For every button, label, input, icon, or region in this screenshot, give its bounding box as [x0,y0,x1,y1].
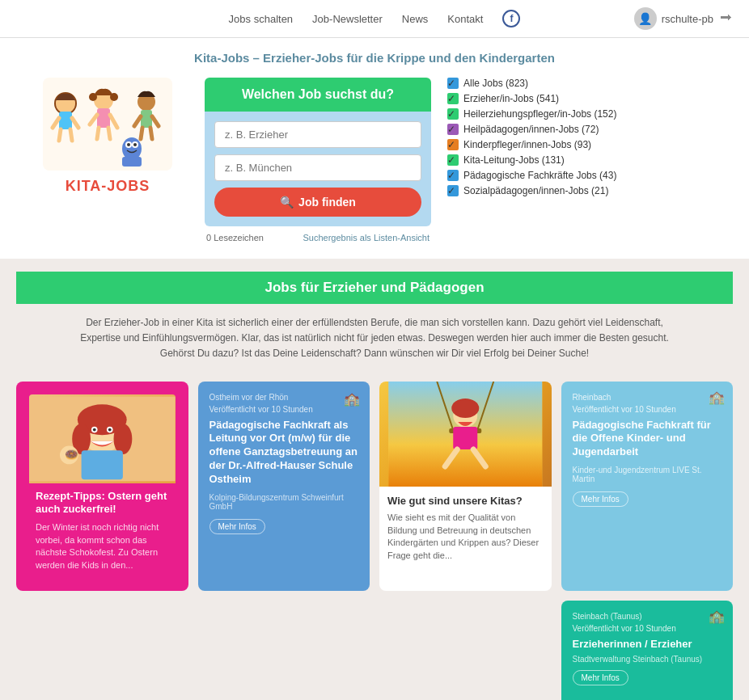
kids-illustration [43,78,172,171]
svg-point-9 [89,93,97,101]
svg-point-46 [451,398,479,418]
svg-line-21 [150,128,152,139]
category-item-kinderpfleger[interactable]: ✓ Kinderpfleger/innen-Jobs (93) [447,139,722,150]
search-footer: 0 Lesezeichen Suchergebnis als Listen-An… [205,233,431,242]
kita-jobs-logo: KITA-JOBS [27,178,188,195]
svg-rect-11 [97,108,110,128]
section-banner: Jobs für Erzieher und Pädagogen [16,272,733,304]
category-label-alle: Alle Jobs (823) [463,78,528,89]
svg-line-14 [97,128,99,139]
svg-rect-27 [122,157,142,167]
job-icon-rheinbach: 🏫 [709,390,725,405]
search-button-label: Job finden [298,196,356,209]
card-time-ostheim: Veröffentlicht vor 10 Stunden [209,405,359,414]
mehr-button-steinbach[interactable]: Mehr Infos [573,670,628,685]
nav-kontakt[interactable]: Kontakt [447,13,483,25]
svg-point-10 [110,93,118,101]
category-label-heilpaed: Heilpädagogen/innen-Jobs (72) [463,124,599,135]
svg-point-35 [93,428,96,431]
avatar: 👤 [634,7,657,30]
svg-point-36 [108,428,112,431]
category-label-heilerziehung: Heilerziehungspfleger/in-Jobs (152) [463,108,616,120]
page-title: Kita-Jobs – Erzieher-Jobs für die Krippe… [16,51,733,65]
category-item-alle[interactable]: ✓ Alle Jobs (823) [447,78,722,89]
hero-section: Kita-Jobs – Erzieher-Jobs für die Krippe… [0,38,749,259]
girl-photo: 🍩 [29,394,176,483]
description-text: Der Erzieher-Job in einer Kita ist siche… [65,315,684,362]
card-blog-kitas-content: Wie gut sind unsere Kitas? Wie sieht es … [379,487,552,570]
svg-text:🍩: 🍩 [65,447,78,461]
svg-line-6 [59,129,61,141]
card-location-rheinbach: Rheinbach [573,393,722,402]
main-nav: Jobs schalten Job-Newsletter News Kontak… [229,10,521,27]
bookmarks-count: 0 Lesezeichen [206,233,264,242]
svg-rect-47 [453,427,477,449]
header-right: 👤 rschulte-pb ⮕ [634,7,733,30]
swing-photo [379,382,552,487]
logout-icon[interactable]: ⮕ [720,11,733,26]
category-checkbox-sozialpaed[interactable]: ✓ [447,185,459,196]
category-checkbox-heilerziehung[interactable]: ✓ [447,108,459,120]
site-header: Jobs schalten Job-Newsletter News Kontak… [0,0,749,38]
svg-line-15 [108,128,110,139]
category-label-kitaleitung: Kita-Leitung-Jobs (131) [463,154,565,166]
cards-grid-row1: 🍩 Rezept-Tipps: Ostern geht auch zuckerf… [16,382,733,591]
username: rschulte-pb [662,13,713,25]
nav-jobs-schalten[interactable]: Jobs schalten [229,13,294,25]
category-checkbox-erzieher[interactable]: ✓ [447,93,459,104]
category-label-sozialpaed: Sozialpädagogen/innen-Jobs (21) [463,185,608,196]
card-title-rheinbach: Pädagogische Fachkraft für die Offene Ki… [573,419,722,460]
job-icon-steinbach: 🏫 [709,609,725,624]
search-heading: Welchen Job suchst du? [205,78,431,112]
card-blog-kitas-text: Wie sieht es mit der Qualität von Bildun… [387,512,544,562]
mehr-button-ostheim[interactable]: Mehr Infos [209,519,265,534]
location-search-input[interactable] [214,154,421,181]
card-blog-kitas: Wie gut sind unsere Kitas? Wie sieht es … [379,382,552,591]
svg-point-32 [114,424,133,454]
mehr-button-rheinbach[interactable]: Mehr Infos [573,491,628,507]
category-checkbox-kinderpfleger[interactable]: ✓ [447,139,459,150]
svg-line-20 [141,128,142,139]
card-time-steinbach: Veröffentlicht vor 10 Stunden [573,624,722,633]
card-job-rheinbach: 🏫 Rheinbach Veröffentlicht vor 10 Stunde… [561,382,734,591]
logo-area: KITA-JOBS [27,78,188,195]
card-org-ostheim: Kolping-Bildungszentrum Schweinfurt GmbH [209,493,359,511]
category-item-heilpaed[interactable]: ✓ Heilpädagogen/innen-Jobs (72) [447,124,722,135]
card-blog-ostern-text: Der Winter ist noch richtig nicht vorbei… [36,521,169,571]
category-label-erzieher: Erzieher/in-Jobs (541) [463,93,559,104]
category-checkbox-heilpaed[interactable]: ✓ [447,124,459,135]
content-section: 🍩 Rezept-Tipps: Ostern geht auch zuckerf… [0,373,749,700]
user-area: 👤 rschulte-pb [634,7,713,30]
category-item-kitaleitung[interactable]: ✓ Kita-Leitung-Jobs (131) [447,154,722,166]
category-item-paedagogisch[interactable]: ✓ Pädagogische Fachkräfte Jobs (43) [447,170,722,181]
search-button[interactable]: 🔍 Job finden [214,188,421,217]
card-blog-ostern-title: Rezept-Tipps: Ostern geht auch zuckerfre… [36,490,169,517]
search-box: Welchen Job suchst du? 🔍 Job finden 0 Le… [205,78,431,242]
nav-news[interactable]: News [402,13,429,25]
category-item-erzieher[interactable]: ✓ Erzieher/in-Jobs (541) [447,93,722,104]
card-org-rheinbach: Kinder-und Jugendzentrum LIVE St. Martin [573,466,722,483]
card-job-steinbach: 🏫 Steinbach (Taunus) Veröffentlicht vor … [561,601,734,700]
category-item-heilerziehung[interactable]: ✓ Heilerziehungspfleger/in-Jobs (152) [447,108,722,120]
svg-rect-37 [82,450,123,479]
category-item-sozialpaed[interactable]: ✓ Sozialpädagogen/innen-Jobs (21) [447,185,722,196]
card-job-ostheim: 🏫 Ostheim vor der Rhön Veröffentlicht vo… [198,382,370,591]
category-checkbox-paedagogisch[interactable]: ✓ [447,170,459,181]
svg-point-25 [127,143,130,146]
search-body: 🔍 Job finden [205,112,431,226]
card-blog-kitas-title: Wie gut sind unsere Kitas? [387,495,544,508]
card-location-ostheim: Ostheim vor der Rhön [209,393,359,402]
svg-rect-17 [141,110,152,128]
search-glasses-icon: 🔍 [280,196,294,209]
card-title-steinbach: Erzieherinnen / Erzieher [573,638,722,650]
job-search-input[interactable] [214,121,421,148]
facebook-icon[interactable]: f [502,10,520,27]
list-view-link[interactable]: Suchergebnis als Listen-Ansicht [303,233,430,242]
category-checkbox-kitaleitung[interactable]: ✓ [447,154,459,166]
svg-line-7 [70,129,72,141]
category-checkbox-alle[interactable]: ✓ [447,78,459,89]
card-time-rheinbach: Veröffentlicht vor 10 Stunden [573,405,722,414]
job-icon-ostheim: 🏫 [344,391,360,407]
nav-job-newsletter[interactable]: Job-Newsletter [312,13,383,25]
svg-rect-3 [59,112,72,129]
